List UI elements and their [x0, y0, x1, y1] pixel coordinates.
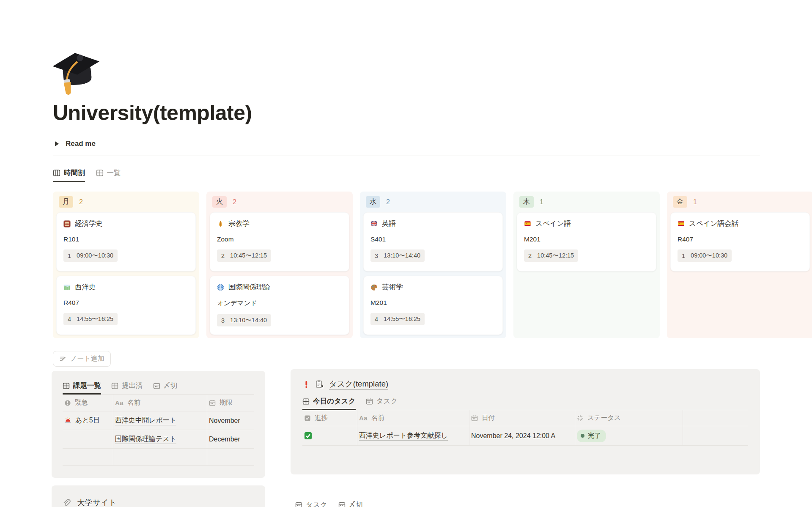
calendar-icon: [209, 400, 216, 406]
globe-icon: [217, 284, 224, 291]
tasks-view-tabs: 今日のタスク タスク: [302, 397, 748, 410]
card-title: 西洋史: [75, 282, 96, 292]
compose-icon: [59, 355, 66, 362]
calendar-icon: [366, 398, 373, 405]
timetable-board: 月 2 経済学史 R101 1 09:00〜10:30 西洋史 R407 4 1…: [53, 192, 812, 338]
period-number: 2: [528, 252, 532, 259]
assignment-link[interactable]: 西洋史中間レポート: [115, 416, 176, 425]
card-time-badge: 2 10:45〜12:15: [217, 249, 271, 262]
tab-list[interactable]: 一覧: [96, 168, 121, 178]
class-card-seiyoshi[interactable]: 西洋史 R407 4 14:55〜16:25: [56, 276, 196, 335]
cell-name[interactable]: 西洋史中間レポート: [113, 411, 207, 430]
university-links-card[interactable]: 大学サイト: [52, 485, 265, 507]
calendar-icon: [295, 502, 302, 507]
tab-tasks[interactable]: タスク: [366, 397, 398, 406]
column-header: 月 2: [56, 195, 196, 212]
empty-cell[interactable]: [63, 449, 113, 466]
empty-cell[interactable]: [113, 449, 207, 466]
column-header-name[interactable]: Aa 名前: [113, 395, 207, 411]
tasks-page-link[interactable]: タスク(template): [329, 378, 388, 390]
page-title: University(template): [53, 101, 252, 125]
uk-flag-icon: [370, 221, 378, 227]
title-property-icon: Aa: [115, 399, 123, 406]
checkbox-property-icon: [304, 415, 311, 422]
task-link[interactable]: 西洋史レポート参考文献探し: [359, 431, 448, 441]
time-range: 14:55〜16:25: [384, 315, 420, 323]
class-card-keizaigakushi[interactable]: 経済学史 R101 1 09:00〜10:30: [56, 212, 196, 271]
page-icon-graduation-cap[interactable]: [52, 47, 102, 97]
column-header-status[interactable]: ステータス: [575, 410, 683, 426]
card-title: 芸術学: [382, 282, 403, 292]
praying-hands-icon: [217, 220, 224, 227]
class-card-eigo[interactable]: 英語 S401 3 13:10〜14:40: [363, 212, 503, 271]
board-column-tuesday: 火 2 宗教学 Zoom 2 10:45〜12:15 国際関係理論 オンデマンド…: [206, 192, 353, 338]
tab-deadline[interactable]: 〆切: [153, 381, 178, 390]
add-note-button[interactable]: ノート追加: [53, 351, 111, 367]
card-location: R101: [63, 236, 189, 243]
card-time-badge: 4 14:55〜16:25: [370, 313, 425, 325]
column-header-due[interactable]: 期限: [207, 395, 254, 411]
period-number: 4: [68, 316, 71, 323]
column-header-progress[interactable]: 進捗: [302, 410, 357, 426]
status-badge-done[interactable]: 完了: [577, 430, 606, 442]
cell-status[interactable]: 完了: [575, 426, 683, 446]
period-number: 3: [375, 252, 378, 259]
calendar-icon: [338, 502, 346, 507]
class-card-geijutsugaku[interactable]: 芸術学 M201 4 14:55〜16:25: [363, 276, 503, 335]
table-view-icon: [63, 382, 70, 389]
date-value: November 24, 2024 12:00 A: [471, 432, 555, 440]
readme-toggle[interactable]: Read me: [55, 140, 96, 148]
tab-submitted[interactable]: 提出済: [111, 381, 143, 390]
empty-cell[interactable]: [207, 449, 254, 466]
cell-date[interactable]: November 24, 2024 12:00 A: [469, 426, 575, 446]
card-time-badge: 3 13:10〜14:40: [370, 249, 425, 262]
class-card-kokusaikankei[interactable]: 国際関係理論 オンデマンド 3 13:10〜14:40: [210, 276, 349, 335]
cell-due[interactable]: December: [207, 430, 254, 449]
cell-due[interactable]: November: [207, 411, 254, 430]
card-title: 国際関係理論: [228, 282, 270, 292]
time-range: 10:45〜12:15: [230, 252, 267, 260]
card-location: Zoom: [217, 236, 342, 243]
class-card-shukyogaku[interactable]: 宗教学 Zoom 2 10:45〜12:15: [210, 212, 349, 271]
clipboard-link-icon: [315, 380, 324, 389]
assignment-link[interactable]: 国際関係理論テスト: [115, 435, 176, 444]
tab-timetable[interactable]: 時間割: [53, 168, 85, 178]
card-location: R407: [63, 299, 189, 307]
table-view-icon: [111, 382, 118, 389]
card-location: M201: [524, 236, 649, 243]
red-seal-icon: [63, 220, 71, 227]
card-location: R407: [678, 236, 803, 243]
column-count: 2: [79, 198, 83, 206]
cell-urgent[interactable]: あと5日: [63, 411, 113, 430]
cell-name[interactable]: 国際関係理論テスト: [113, 430, 207, 449]
tab-today-tasks[interactable]: 今日のタスク: [302, 397, 356, 406]
column-header-urgent[interactable]: 緊急: [63, 395, 113, 411]
tasks-header: タスク(template): [302, 378, 748, 390]
class-card-spanish-kaiwa[interactable]: スペイン語会話 R407 1 09:00〜10:30: [670, 212, 810, 271]
column-header-label: 期限: [219, 398, 233, 407]
cell-urgent[interactable]: [63, 430, 113, 449]
column-header-name[interactable]: Aa 名前: [357, 410, 469, 426]
column-header: 水 2: [363, 195, 503, 212]
tab-label: 今日のタスク: [313, 397, 356, 406]
assignments-table: 緊急 Aa 名前 期限 あと5日 西洋史中間レポート November 国際関係…: [63, 395, 254, 466]
column-header-label: 緊急: [75, 398, 88, 407]
world-map-icon: [63, 284, 71, 291]
tab-tasks-bottom[interactable]: タスク: [295, 500, 327, 507]
red-exclamation-icon: [302, 381, 310, 388]
status-label: 完了: [588, 431, 601, 440]
tab-label: 〆切: [164, 381, 178, 390]
column-header: 金 1: [670, 195, 810, 212]
green-checkbox-icon[interactable]: [304, 432, 312, 440]
cell-progress[interactable]: [302, 426, 357, 446]
card-location: M201: [370, 299, 496, 307]
tab-deadline-bottom[interactable]: 〆切: [338, 500, 363, 507]
graduation-cap-icon: [52, 47, 102, 97]
tab-assignments-list[interactable]: 課題一覧: [63, 381, 101, 390]
cell-name[interactable]: 西洋史レポート参考文献探し: [357, 426, 469, 446]
column-header-date[interactable]: 日付: [469, 410, 575, 426]
column-header-label: ステータス: [587, 414, 621, 422]
class-card-spanish[interactable]: スペイン語 M201 2 10:45〜12:15: [517, 212, 656, 271]
column-count: 1: [693, 198, 697, 206]
add-note-label: ノート追加: [70, 354, 104, 363]
